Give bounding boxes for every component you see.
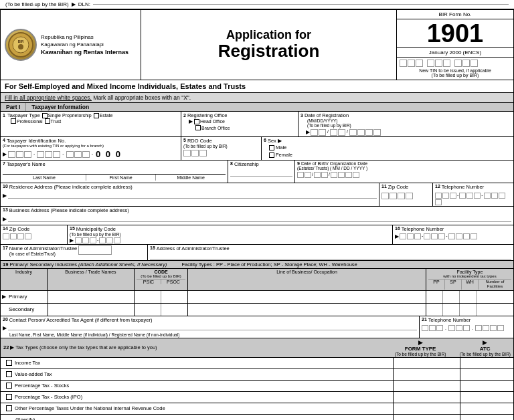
f17-sublabel: (In case of Estate/Trust)	[9, 251, 77, 256]
field-19-section: 19 Primary/ Secondary Industries (Attach…	[1, 261, 513, 316]
f1-cb1[interactable]: Single Proprietorship	[42, 113, 92, 118]
form-row-1: 1 Taxpayer Type Single Proprietorship Es…	[1, 112, 513, 137]
field-8: 8 Citizenship	[228, 161, 295, 183]
f19-code-label: CODE	[137, 270, 185, 274]
f2-head-label: Head Office	[200, 119, 225, 124]
field-20: 20 Contact Person/ Accredited Tax Agent …	[1, 316, 420, 338]
tax-income-label: Income Tax	[15, 360, 40, 366]
form-row-6: 14 Zip Code 15 Municipality Code (To be …	[1, 225, 513, 245]
field-10: 10 Residence Address (Please indicate co…	[1, 183, 379, 206]
f8-num: 8	[230, 161, 233, 167]
f2-label: Registering Office	[187, 112, 227, 118]
form-row-2: 4 Taxpayer Identification No. (For taxpa…	[1, 137, 513, 161]
field-17: 17 Name of Administrator/Trustee (In cas…	[1, 245, 148, 260]
subheader-text: For Self-Employed and Mixed Income Indiv…	[5, 82, 246, 90]
f22-atc-note: (To be filled up by the BIR)	[459, 352, 511, 356]
agency-logo: BIR	[5, 29, 37, 61]
tax-other-pct-cb[interactable]	[6, 405, 12, 411]
f19-facility-type-label: Facility Type	[428, 270, 511, 274]
f5-num: 5	[183, 138, 186, 144]
field-7: 7 Taxpayer's Name Last Name First Name M…	[1, 161, 228, 183]
f1-num: 1	[3, 113, 5, 118]
part1-label: Part I	[1, 103, 26, 111]
f4-arrow: ▶	[3, 151, 7, 157]
field-22-section: 22 ▶ Tax Types (choose only the tax type…	[1, 338, 513, 420]
title-line1: Application for	[218, 28, 320, 42]
tin-note: New TIN to be issued, if applicable	[400, 68, 511, 73]
f2-branch-label: Branch Office	[201, 126, 230, 130]
topbar-arrow: ▶	[72, 1, 76, 7]
form-header: BIR Republika ng Pilipinas Kagawaran ng …	[1, 10, 513, 80]
f19-facility-note: Facility Types : PP - Place of Productio…	[181, 261, 357, 268]
form-row-4: 10 Residence Address (Please indicate co…	[1, 183, 513, 207]
f6-female[interactable]: Female	[269, 152, 511, 158]
form-title: Application for Registration	[218, 28, 320, 62]
tax-row-income: Income Tax	[1, 358, 513, 369]
f7-num: 7	[3, 161, 5, 167]
f21-label: Telephone Number	[428, 317, 470, 323]
f19-facility-col: Facility Type with no independent tax ty…	[426, 269, 513, 290]
form-number-big: 1901	[397, 19, 513, 47]
f6-male-label: Male	[276, 144, 286, 150]
f1-trust-label: Trust	[51, 119, 62, 124]
f15-num: 15	[70, 226, 75, 232]
f2-cb1[interactable]: Head Office	[194, 119, 225, 124]
f19-sub-header: Industry Business / Trade Names CODE (To…	[1, 269, 513, 290]
f18-label: Address of Administrator/Trustee	[157, 245, 230, 251]
f7-label: Taxpayer's Name	[7, 161, 46, 167]
field-18: 18 Address of Administrator/Trustee	[148, 245, 513, 260]
tin-subnote: (To be filled up by BIR)	[400, 73, 511, 78]
f21-num: 21	[422, 317, 427, 323]
f13-label: Business Address (Please indicate comple…	[9, 207, 129, 213]
f1-cb2[interactable]: Estate	[94, 113, 113, 118]
f2-num: 2	[183, 113, 186, 118]
f7-lastname: Last Name	[3, 175, 86, 181]
f1-cb3[interactable]: Professional	[11, 118, 43, 124]
f10-arrow: ▶	[3, 193, 7, 199]
tax-pct-stocks-cb[interactable]	[6, 383, 12, 389]
f13-arrow: ▶	[3, 216, 7, 222]
f15-arrow: ▶	[70, 237, 74, 243]
f19-note: (Attach Additional Sheets, If Necessary)	[78, 261, 167, 268]
f15-note: (To be filled up by the BIR)	[70, 232, 390, 237]
f22-header: 22 ▶ Tax Types (choose only the tax type…	[1, 338, 513, 358]
tax-row-pct-stocks-ipo: Percentage Tax - Stocks (IPO)	[1, 392, 513, 403]
f19-code-note: (To be filled up by BIR)	[137, 274, 185, 278]
f18-num: 18	[150, 245, 155, 251]
f19-secondary-row: Secondary	[1, 304, 513, 316]
field-11: 11 Zip Code	[379, 183, 433, 206]
f19-line-col: Line of Business/ Occupation	[188, 269, 426, 290]
tax-other-pct-label: Other Percentage Taxes Under the Nationa…	[15, 405, 165, 411]
f1-sp-label: Single Proprietorship	[48, 113, 92, 118]
f6-male[interactable]: Male	[269, 144, 511, 150]
f9-num: 9	[297, 161, 300, 166]
f22-arrow: ▶	[10, 344, 14, 350]
tax-vat-cb[interactable]	[6, 371, 12, 377]
title-section: Application for Registration	[141, 10, 396, 80]
f2-cb2[interactable]: Branch Office	[195, 125, 230, 130]
f19-no-indep: with no independent tax types	[428, 274, 511, 278]
f4-sublabel: (For taxpayers with existing TIN or appl…	[3, 144, 179, 148]
tax-income-cb[interactable]	[6, 360, 12, 366]
f4-label: Taxpayer Identification No.	[7, 138, 66, 144]
tax-row-other-pct: Other Percentage Taxes Under the Nationa…	[1, 403, 513, 415]
f7-firstname: First Name	[86, 175, 157, 181]
tax-pct-ipo-cb[interactable]	[6, 394, 12, 400]
tax-specify-label: (Specify)	[15, 417, 35, 420]
f1-cb4[interactable]: Trust	[45, 118, 62, 124]
f15-label: Municipality Code	[76, 226, 116, 232]
part1-header: Part I Taxpayer Information	[1, 103, 513, 112]
f20-arrow: ▶	[3, 325, 7, 331]
tax-vat-label: Value-added Tax	[15, 371, 52, 377]
agency-line3: Kawanihan ng Rentas Internas	[41, 48, 128, 57]
tax-income-left: Income Tax	[1, 359, 393, 366]
f1-prof-label: Professional	[17, 119, 43, 124]
tax-pct-ipo-label: Percentage Tax - Stocks (IPO)	[15, 394, 82, 400]
f11-num: 11	[381, 184, 387, 190]
tax-row-vat: Value-added Tax	[1, 369, 513, 381]
f22-atc: ATC	[480, 346, 491, 352]
january-text: January 2000 (ENCS)	[397, 47, 513, 57]
f20-label: Contact Person/ Accredited Tax Agent (if…	[9, 317, 153, 323]
f22-form-note: (To be filled up by the BIR)	[395, 352, 446, 356]
svg-point-3	[18, 44, 23, 49]
